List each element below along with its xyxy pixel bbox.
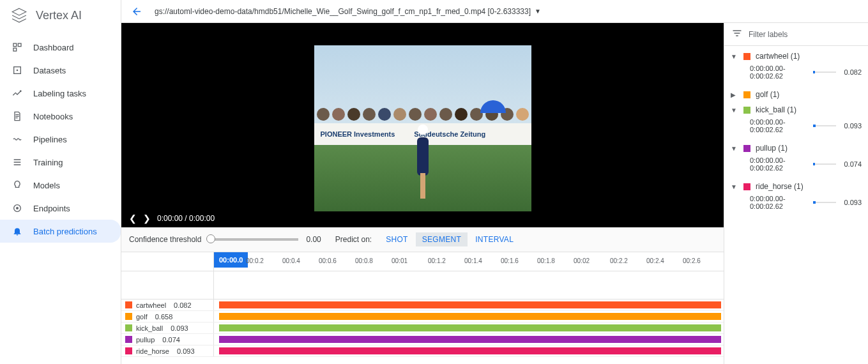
- track-name: cartwheel: [136, 301, 166, 309]
- segment-score: 0.082: [844, 68, 862, 76]
- color-swatch: [743, 91, 750, 98]
- labels-panel: Filter labels ▼ cartwheel (1) 0:00:00.00…: [724, 23, 868, 364]
- segment-score-bar: [813, 202, 836, 203]
- label-segment[interactable]: 0:00:00.00-0:00:02.62 0.093: [731, 191, 862, 214]
- sidebar: Vertex AI DashboardDatasetsLabeling task…: [0, 0, 121, 364]
- prev-button[interactable]: ❮: [129, 213, 137, 224]
- timeline-row-ride_horse: ride_horse 0.093: [121, 345, 724, 357]
- main: gs://automl-video-demo-data/hmdb51/Miche…: [121, 0, 868, 364]
- nav-label: Dashboard: [33, 43, 74, 52]
- expand-icon[interactable]: ▼: [731, 183, 738, 190]
- center-panel: PIONEER Investments Süddeutsche Zeitung: [121, 23, 724, 364]
- segment-score-bar: [813, 125, 836, 126]
- timeline-bar[interactable]: [219, 347, 721, 354]
- confidence-slider[interactable]: [209, 238, 298, 241]
- color-swatch: [125, 324, 132, 331]
- label-header[interactable]: ▼ cartwheel (1): [731, 52, 862, 61]
- sidebar-item-models[interactable]: Models: [0, 174, 121, 197]
- label-item: ▼ kick_ball (1) 0:00:00.00-0:00:02.62 0.…: [724, 102, 868, 140]
- track-name: pullup: [136, 336, 155, 344]
- nav-icon: [11, 133, 23, 145]
- nav-label: Labeling tasks: [33, 89, 86, 98]
- sidebar-item-dashboard[interactable]: Dashboard: [0, 36, 121, 59]
- label-segment[interactable]: 0:00:00.00-0:00:02.62 0.074: [731, 153, 862, 176]
- label-item: ▼ cartwheel (1) 0:00:00.00-0:00:02.62 0.…: [724, 49, 868, 87]
- segment-score-bar: [813, 72, 836, 73]
- ruler-tick: 00:1.2: [428, 257, 446, 264]
- expand-icon[interactable]: ▼: [731, 107, 738, 114]
- next-button[interactable]: ❯: [143, 213, 151, 224]
- label-title: ride_horse (1): [756, 182, 803, 191]
- file-path: gs://automl-video-demo-data/hmdb51/Miche…: [155, 7, 531, 16]
- sidebar-item-datasets[interactable]: Datasets: [0, 59, 121, 82]
- label-header[interactable]: ▶ golf (1): [731, 90, 862, 99]
- label-header[interactable]: ▼ ride_horse (1): [731, 182, 862, 191]
- sidebar-item-labeling-tasks[interactable]: Labeling tasks: [0, 82, 121, 105]
- brand-logo: Vertex AI: [0, 0, 121, 33]
- nav-icon: [11, 110, 23, 122]
- mode-shot[interactable]: SHOT: [379, 232, 415, 246]
- nav-icon: [11, 179, 23, 191]
- ruler-tick: 00:1.6: [501, 257, 519, 264]
- ruler-tick: 00:2.6: [683, 257, 701, 264]
- nav-icon: [11, 42, 23, 53]
- playback-time: 0:00:00 / 0:00:00: [157, 214, 215, 223]
- back-button[interactable]: [129, 4, 144, 19]
- track-name: ride_horse: [136, 347, 169, 355]
- track-name: kick_ball: [136, 324, 163, 332]
- filter-label: Filter labels: [749, 30, 788, 39]
- expand-icon[interactable]: ▼: [731, 145, 738, 152]
- color-swatch: [125, 347, 132, 354]
- mode-interval[interactable]: INTERVAL: [469, 232, 520, 246]
- color-swatch: [743, 53, 750, 60]
- segment-range: 0:00:00.00-0:00:02.62: [750, 156, 813, 172]
- timeline-bar[interactable]: [219, 301, 721, 308]
- label-segment[interactable]: 0:00:00.00-0:00:02.62 0.082: [731, 61, 862, 84]
- svg-point-4: [17, 70, 19, 72]
- confidence-value: 0.00: [306, 235, 321, 244]
- timeline-bar[interactable]: [219, 336, 721, 343]
- ruler-tick: 00:0.4: [282, 257, 300, 264]
- ruler-tick: 00:0.6: [319, 257, 337, 264]
- timeline-bar[interactable]: [219, 313, 721, 320]
- time-marker[interactable]: 00:00.0: [214, 252, 248, 268]
- nav-label: Pipelines: [33, 135, 67, 144]
- nav-label: Models: [33, 181, 60, 190]
- controls-row: Confidence threshold 0.00 Predict on: SH…: [121, 227, 724, 252]
- dropdown-caret-icon: ▼: [535, 8, 541, 15]
- vertex-ai-icon: [10, 6, 28, 24]
- expand-icon[interactable]: ▶: [731, 91, 738, 98]
- filter-icon[interactable]: [732, 28, 742, 40]
- label-segment[interactable]: 0:00:00.00-0:00:02.62 0.093: [731, 114, 862, 137]
- color-swatch: [125, 313, 132, 320]
- sidebar-item-endpoints[interactable]: Endpoints: [0, 197, 121, 220]
- timeline-label: golf 0.658: [121, 311, 214, 322]
- segment-score: 0.074: [844, 160, 862, 168]
- segment-range: 0:00:00.00-0:00:02.62: [750, 118, 813, 133]
- sidebar-item-notebooks[interactable]: Notebooks: [0, 105, 121, 128]
- timeline-label: pullup 0.074: [121, 334, 214, 345]
- video-player[interactable]: PIONEER Investments Süddeutsche Zeitung: [121, 23, 724, 227]
- brand-title: Vertex AI: [36, 9, 82, 22]
- track-score: 0.658: [155, 313, 173, 321]
- timeline-row-kick_ball: kick_ball 0.093: [121, 322, 724, 334]
- label-header[interactable]: ▼ pullup (1): [731, 144, 862, 153]
- svg-rect-0: [13, 43, 17, 47]
- sidebar-item-training[interactable]: Training: [0, 151, 121, 174]
- nav-label: Training: [33, 158, 63, 167]
- sidebar-item-pipelines[interactable]: Pipelines: [0, 128, 121, 151]
- ruler-tick: 00:02: [574, 257, 590, 264]
- label-header[interactable]: ▼ kick_ball (1): [731, 105, 862, 114]
- mode-segment[interactable]: SEGMENT: [416, 232, 468, 246]
- ruler-tick: 00:1.4: [464, 257, 482, 264]
- timeline-bar[interactable]: [219, 324, 721, 331]
- label-item: ▼ ride_horse (1) 0:00:00.00-0:00:02.62 0…: [724, 179, 868, 217]
- topbar: gs://automl-video-demo-data/hmdb51/Miche…: [121, 0, 868, 23]
- color-swatch: [743, 145, 750, 152]
- label-item: ▶ golf (1): [724, 87, 868, 102]
- breadcrumb[interactable]: gs://automl-video-demo-data/hmdb51/Miche…: [155, 7, 541, 16]
- segment-range: 0:00:00.00-0:00:02.62: [750, 64, 813, 80]
- segment-score-bar: [813, 163, 836, 165]
- expand-icon[interactable]: ▼: [731, 53, 738, 60]
- sidebar-item-batch-predictions[interactable]: Batch predictions: [0, 220, 121, 243]
